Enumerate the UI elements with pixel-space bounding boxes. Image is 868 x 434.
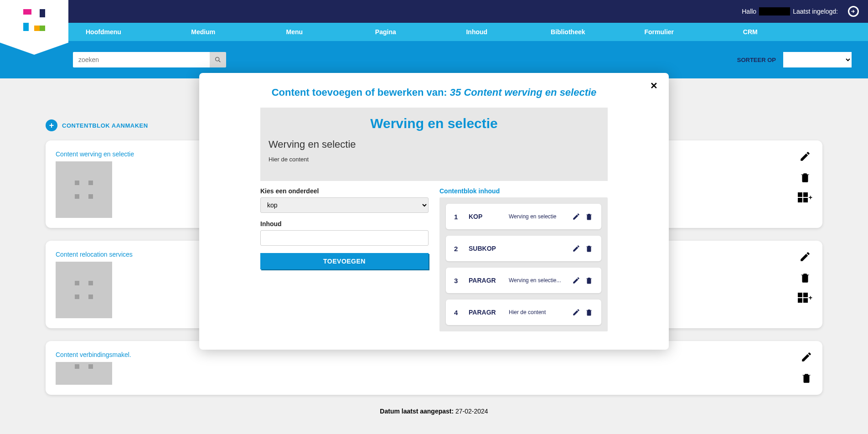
svg-point-0 xyxy=(216,57,219,61)
sort-wrap: SORTEER OP xyxy=(737,52,852,67)
edit-icon[interactable] xyxy=(572,244,580,253)
plus-icon: + xyxy=(809,194,812,201)
list-item-number: 3 xyxy=(454,277,460,284)
edit-icon[interactable] xyxy=(799,251,811,263)
preview-content: Hier de content xyxy=(269,156,599,163)
content-list: 1 KOP Werving en selectie 2 SUBKOP xyxy=(439,197,608,331)
last-login-label: Laatst ingelogd: xyxy=(793,8,838,15)
content-preview: Werving en selectie Werving en selectie … xyxy=(260,108,608,181)
nav-inhoud[interactable]: Inhoud xyxy=(431,23,522,41)
list-item-type: PARAGR xyxy=(469,277,501,284)
edit-icon[interactable] xyxy=(572,212,580,221)
add-button[interactable]: TOEVOEGEN xyxy=(260,253,429,269)
content-edit-modal: ✕ Content toevoegen of bewerken van: 35 … xyxy=(199,73,669,350)
user-greeting: Hallo Laatst ingelogd: xyxy=(742,7,838,16)
content-input-label: Inhoud xyxy=(260,220,429,227)
trash-icon[interactable] xyxy=(585,308,593,316)
content-input[interactable] xyxy=(260,230,429,246)
create-contentblock-label: CONTENTBLOK AANMAKEN xyxy=(62,122,148,129)
trash-icon[interactable] xyxy=(799,171,811,183)
card-title[interactable]: Content verbindingsmakel. xyxy=(56,351,131,358)
list-item[interactable]: 4 PARAGR Hier de content xyxy=(446,300,601,325)
logout-button[interactable] xyxy=(848,6,859,17)
nav-hoofdmenu[interactable]: Hoofdmenu xyxy=(73,23,158,41)
nav-medium[interactable]: Medium xyxy=(158,23,249,41)
grid-icon xyxy=(798,293,808,303)
main-nav: Hoofdmenu Medium Menu Pagina Inhoud Bibl… xyxy=(0,23,868,41)
card-thumbnail xyxy=(56,362,112,385)
modal-title: Content toevoegen of bewerken van: 35 Co… xyxy=(210,87,658,98)
list-item-text: Hier de content xyxy=(509,309,564,315)
edit-icon[interactable] xyxy=(801,351,812,363)
grid-plus-button[interactable]: + xyxy=(798,192,812,202)
card-thumbnail xyxy=(56,161,112,218)
preview-subheading: Werving en selectie xyxy=(269,139,599,150)
card-thumbnail xyxy=(56,262,112,318)
logout-icon xyxy=(850,8,857,15)
list-item[interactable]: 1 KOP Werving en selectie xyxy=(446,204,601,229)
list-item-type: PARAGR xyxy=(469,309,501,316)
grid-plus-button[interactable]: + xyxy=(798,293,812,303)
list-item-text: Werving en selectie xyxy=(509,213,564,220)
date-modified: Datum laatst aangepast: 27-02-2024 xyxy=(46,408,822,415)
logo-icon xyxy=(23,9,45,31)
search-button[interactable] xyxy=(210,52,226,67)
placeholder-icon xyxy=(75,364,93,382)
trash-icon[interactable] xyxy=(585,244,593,253)
user-name-redacted xyxy=(759,7,790,16)
edit-icon[interactable] xyxy=(572,308,580,316)
list-item[interactable]: 3 PARAGR Werving en selectie... xyxy=(446,268,601,293)
list-item-type: SUBKOP xyxy=(469,245,501,252)
nav-pagina[interactable]: Pagina xyxy=(340,23,431,41)
nav-bibliotheek[interactable]: Bibliotheek xyxy=(522,23,614,41)
list-item-number: 1 xyxy=(454,213,460,221)
trash-icon[interactable] xyxy=(585,212,593,221)
sort-select[interactable] xyxy=(783,52,852,67)
plus-icon: + xyxy=(809,294,812,301)
placeholder-icon xyxy=(75,281,93,299)
form-column: Kies een onderdeel kop Inhoud TOEVOEGEN xyxy=(260,187,429,331)
top-header: Hallo Laatst ingelogd: xyxy=(0,0,868,23)
card-title[interactable]: Content werving en selectie xyxy=(56,150,134,158)
component-select[interactable]: kop xyxy=(260,197,429,213)
select-label: Kies een onderdeel xyxy=(260,187,429,195)
list-item-type: KOP xyxy=(469,213,501,220)
list-item-text: Werving en selectie... xyxy=(509,277,564,284)
plus-circle-icon: + xyxy=(46,119,57,131)
search-wrap xyxy=(73,52,226,67)
trash-icon[interactable] xyxy=(799,272,811,284)
content-list-title: Contentblok inhoud xyxy=(439,187,608,195)
grid-icon xyxy=(798,192,808,202)
search-input[interactable] xyxy=(73,52,210,67)
modal-close-button[interactable]: ✕ xyxy=(650,80,658,91)
greeting-prefix: Hallo xyxy=(742,8,756,15)
nav-menu[interactable]: Menu xyxy=(249,23,340,41)
content-list-column: Contentblok inhoud 1 KOP Werving en sele… xyxy=(439,187,608,331)
sort-label: SORTEER OP xyxy=(737,57,776,63)
edit-icon[interactable] xyxy=(572,276,580,284)
list-item-number: 4 xyxy=(454,309,460,316)
svg-line-1 xyxy=(219,61,220,62)
list-item-number: 2 xyxy=(454,245,460,253)
modal-title-italic: 35 Content werving en selectie xyxy=(450,87,597,98)
card-title[interactable]: Content relocation services xyxy=(56,251,133,258)
edit-icon[interactable] xyxy=(799,150,811,162)
date-label: Datum laatst aangepast: xyxy=(380,408,454,415)
trash-icon[interactable] xyxy=(801,372,812,384)
search-icon xyxy=(214,56,222,63)
date-value: 27-02-2024 xyxy=(455,408,488,415)
modal-title-prefix: Content toevoegen of bewerken van: xyxy=(272,87,450,98)
nav-formulier[interactable]: Formulier xyxy=(614,23,705,41)
nav-crm[interactable]: CRM xyxy=(705,23,796,41)
preview-heading: Werving en selectie xyxy=(269,116,599,131)
placeholder-icon xyxy=(75,181,93,199)
trash-icon[interactable] xyxy=(585,276,593,284)
list-item[interactable]: 2 SUBKOP xyxy=(446,236,601,261)
